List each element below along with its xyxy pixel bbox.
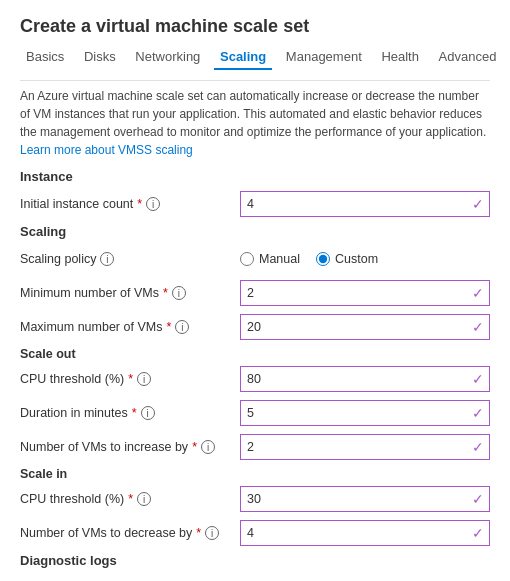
info-icon-si-cpu[interactable]: i: [137, 492, 151, 506]
scale-out-cpu-input-wrap: ✓: [240, 366, 490, 392]
scale-in-cpu-input-wrap: ✓: [240, 486, 490, 512]
scale-in-cpu-label: CPU threshold (%) * i: [20, 492, 240, 506]
min-vms-row: Minimum number of VMs * i ✓: [20, 279, 490, 307]
scale-out-duration-row: Duration in minutes * i ✓: [20, 399, 490, 427]
scaling-policy-label: Scaling policy i: [20, 252, 240, 266]
required-star-max: *: [166, 320, 171, 334]
checkmark-si-dec: ✓: [472, 525, 484, 541]
tab-management[interactable]: Management: [280, 47, 368, 70]
initial-instance-count-input-wrap: ✓: [240, 191, 490, 217]
scale-out-duration-input[interactable]: [240, 400, 490, 426]
scale-out-increase-label: Number of VMs to increase by * i: [20, 440, 240, 454]
checkmark-min: ✓: [472, 285, 484, 301]
tab-advanced[interactable]: Advanced: [433, 47, 503, 70]
initial-instance-count-row: Initial instance count * i ✓: [20, 190, 490, 218]
scaling-policy-row: Scaling policy i Manual Custom: [20, 245, 490, 273]
required-star: *: [137, 197, 142, 211]
info-icon-so-cpu[interactable]: i: [137, 372, 151, 386]
tab-basics[interactable]: Basics: [20, 47, 70, 70]
min-vms-input-wrap: ✓: [240, 280, 490, 306]
scale-in-cpu-input[interactable]: [240, 486, 490, 512]
scale-in-decrease-input-wrap: ✓: [240, 520, 490, 546]
checkmark-so-inc: ✓: [472, 439, 484, 455]
checkmark-initial: ✓: [472, 196, 484, 212]
scale-out-duration-input-wrap: ✓: [240, 400, 490, 426]
tab-health[interactable]: Health: [375, 47, 425, 70]
scale-in-decrease-row: Number of VMs to decrease by * i ✓: [20, 519, 490, 547]
max-vms-input[interactable]: [240, 314, 490, 340]
scale-in-label: Scale in: [20, 467, 490, 481]
diagnostic-logs-row: Collect diagnostic logs from Autoscale i…: [20, 574, 490, 581]
checkmark-so-dur: ✓: [472, 405, 484, 421]
info-icon-initial[interactable]: i: [146, 197, 160, 211]
required-star-si-dec: *: [196, 526, 201, 540]
min-vms-label: Minimum number of VMs * i: [20, 286, 240, 300]
scaling-policy-custom-option[interactable]: Custom: [316, 252, 378, 266]
scale-out-increase-input[interactable]: [240, 434, 490, 460]
required-star-so-dur: *: [132, 406, 137, 420]
required-star-so-cpu: *: [128, 372, 133, 386]
max-vms-input-wrap: ✓: [240, 314, 490, 340]
info-icon-max[interactable]: i: [175, 320, 189, 334]
scaling-policy-manual-option[interactable]: Manual: [240, 252, 300, 266]
initial-instance-count-label: Initial instance count * i: [20, 197, 240, 211]
checkmark-max: ✓: [472, 319, 484, 335]
tab-disks[interactable]: Disks: [78, 47, 122, 70]
info-icon-min[interactable]: i: [172, 286, 186, 300]
tab-scaling[interactable]: Scaling: [214, 47, 272, 70]
checkmark-si-cpu: ✓: [472, 491, 484, 507]
scaling-policy-custom-radio[interactable]: [316, 252, 330, 266]
scale-out-increase-input-wrap: ✓: [240, 434, 490, 460]
page-title: Create a virtual machine scale set: [20, 16, 490, 37]
nav-tabs: Basics Disks Networking Scaling Manageme…: [20, 47, 490, 70]
scale-out-cpu-input[interactable]: [240, 366, 490, 392]
initial-instance-count-input[interactable]: [240, 191, 490, 217]
info-icon-policy[interactable]: i: [100, 252, 114, 266]
scale-in-decrease-input[interactable]: [240, 520, 490, 546]
learn-more-link[interactable]: Learn more about VMSS scaling: [20, 143, 193, 157]
scale-out-increase-row: Number of VMs to increase by * i ✓: [20, 433, 490, 461]
tab-networking[interactable]: Networking: [129, 47, 206, 70]
instance-section-label: Instance: [20, 169, 490, 184]
scaling-policy-manual-radio[interactable]: [240, 252, 254, 266]
scale-in-cpu-row: CPU threshold (%) * i ✓: [20, 485, 490, 513]
diagnostic-logs-section-label: Diagnostic logs: [20, 553, 490, 568]
scale-out-cpu-label: CPU threshold (%) * i: [20, 372, 240, 386]
info-icon-so-inc[interactable]: i: [201, 440, 215, 454]
scaling-description: An Azure virtual machine scale set can a…: [20, 87, 490, 159]
max-vms-row: Maximum number of VMs * i ✓: [20, 313, 490, 341]
required-star-min: *: [163, 286, 168, 300]
required-star-so-inc: *: [192, 440, 197, 454]
min-vms-input[interactable]: [240, 280, 490, 306]
scale-out-label: Scale out: [20, 347, 490, 361]
scaling-section-label: Scaling: [20, 224, 490, 239]
info-icon-so-dur[interactable]: i: [141, 406, 155, 420]
nav-divider: [20, 80, 490, 81]
required-star-si-cpu: *: [128, 492, 133, 506]
scale-out-cpu-row: CPU threshold (%) * i ✓: [20, 365, 490, 393]
max-vms-label: Maximum number of VMs * i: [20, 320, 240, 334]
scale-out-duration-label: Duration in minutes * i: [20, 406, 240, 420]
scaling-policy-radio-group: Manual Custom: [240, 252, 490, 266]
info-icon-si-dec[interactable]: i: [205, 526, 219, 540]
checkmark-so-cpu: ✓: [472, 371, 484, 387]
scale-in-decrease-label: Number of VMs to decrease by * i: [20, 526, 240, 540]
